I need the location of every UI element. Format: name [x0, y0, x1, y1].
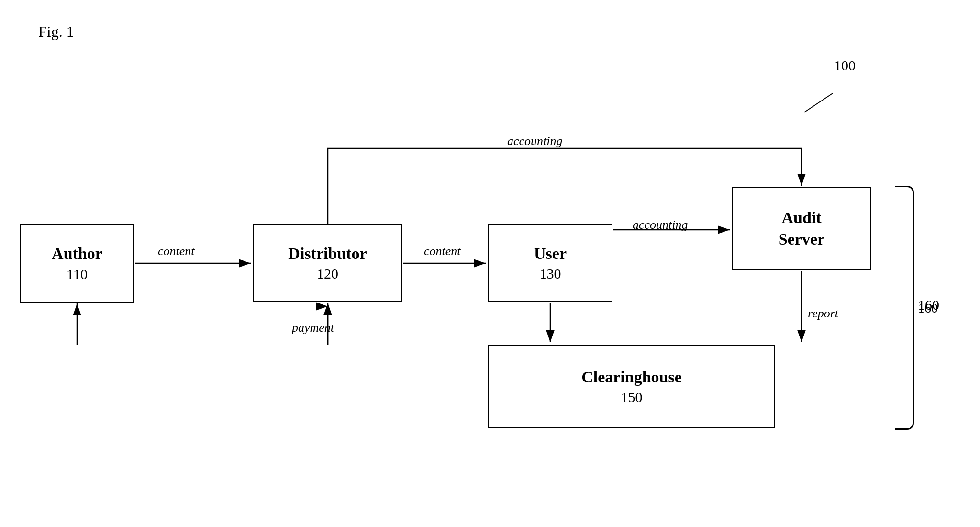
ref-number-100: 100	[834, 57, 856, 74]
label-accounting-top: accounting	[507, 134, 563, 148]
author-number: 110	[67, 265, 88, 283]
user-box: User 130	[488, 224, 612, 302]
user-number: 130	[540, 264, 561, 283]
clearinghouse-label: Clearinghouse	[581, 367, 682, 388]
user-label: User	[534, 243, 567, 264]
label-content-author-dist: content	[158, 244, 195, 258]
audit-server-box: AuditServer	[732, 187, 871, 270]
audit-server-label: AuditServer	[779, 207, 824, 249]
distributor-label: Distributor	[288, 243, 367, 264]
arrow-accounting-top	[328, 148, 802, 224]
label-content-dist-user: content	[424, 244, 461, 258]
group-brace	[895, 186, 914, 430]
ref-100-arrow	[804, 93, 833, 112]
figure-label: Fig. 1	[38, 23, 74, 41]
clearinghouse-number: 150	[621, 388, 643, 406]
group-number: 160	[918, 301, 938, 316]
label-report: report	[808, 306, 838, 321]
distributor-box: Distributor 120	[253, 224, 402, 302]
author-box: Author 110	[20, 224, 134, 303]
distributor-number: 120	[317, 264, 338, 283]
label-accounting-user-audit: accounting	[633, 218, 688, 232]
author-label: Author	[52, 243, 102, 264]
label-payment: payment	[292, 321, 334, 335]
clearinghouse-box: Clearinghouse 150	[488, 345, 775, 428]
